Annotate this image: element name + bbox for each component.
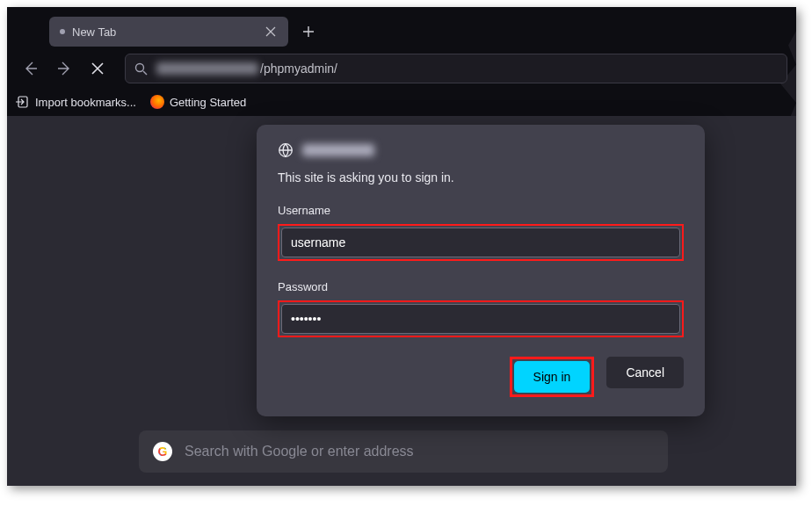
url-path: /phpmyadmin/ <box>260 61 337 76</box>
import-bookmarks-button[interactable]: Import bookmarks... <box>16 95 136 109</box>
signin-button[interactable]: Sign in <box>514 361 591 393</box>
auth-dialog: This site is asking you to sign in. User… <box>257 125 705 416</box>
auth-origin-row <box>278 142 684 158</box>
tab-loading-dot <box>60 29 65 34</box>
username-input[interactable] <box>281 228 680 257</box>
close-tab-icon[interactable] <box>264 25 278 39</box>
firefox-icon <box>150 95 164 109</box>
import-bookmarks-label: Import bookmarks... <box>35 96 136 109</box>
password-label: Password <box>278 280 684 293</box>
username-label: Username <box>278 204 684 217</box>
back-button[interactable] <box>16 54 46 83</box>
nav-toolbar: /phpmyadmin/ <box>7 49 796 88</box>
password-input[interactable] <box>281 304 680 334</box>
globe-icon <box>278 142 294 158</box>
getting-started-bookmark[interactable]: Getting Started <box>150 95 246 109</box>
getting-started-label: Getting Started <box>170 96 246 109</box>
newtab-search-bar[interactable]: Search with Google or enter address <box>139 430 668 473</box>
tab-newtab[interactable]: New Tab <box>49 17 288 47</box>
browser-window: New Tab /phpmyadmin/ <box>7 7 796 486</box>
search-icon <box>134 62 148 76</box>
url-text: /phpmyadmin/ <box>156 61 337 76</box>
new-tab-button[interactable] <box>295 18 322 45</box>
url-host-redacted <box>156 62 258 75</box>
bookmarks-bar: Import bookmarks... Getting Started <box>7 88 796 116</box>
newtab-search-placeholder: Search with Google or enter address <box>185 444 414 459</box>
tab-title: New Tab <box>72 25 257 39</box>
cancel-button[interactable]: Cancel <box>606 357 684 388</box>
import-icon <box>16 95 30 109</box>
stop-button[interactable] <box>83 54 112 83</box>
content-area: Search with Google or enter address This… <box>7 116 796 486</box>
tab-bar: New Tab <box>7 7 796 49</box>
auth-origin-redacted <box>302 144 374 156</box>
username-highlight <box>278 224 684 261</box>
url-bar[interactable]: /phpmyadmin/ <box>125 54 787 83</box>
signin-highlight: Sign in <box>510 357 595 397</box>
password-highlight <box>278 300 684 337</box>
svg-point-0 <box>136 63 144 71</box>
auth-message: This site is asking you to sign in. <box>278 170 684 184</box>
auth-actions: Sign in Cancel <box>278 357 684 397</box>
forward-button[interactable] <box>49 54 79 83</box>
google-icon <box>153 442 172 461</box>
